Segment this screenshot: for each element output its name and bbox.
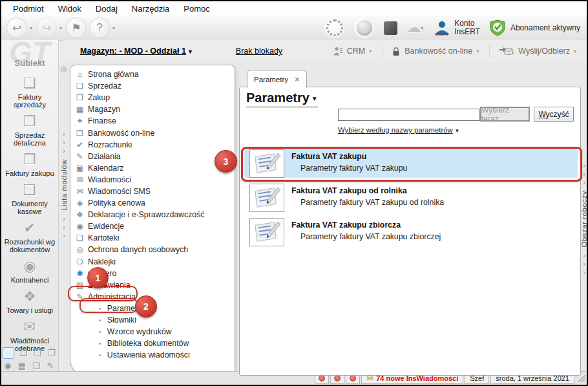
tree-item-label: Wiadomości xyxy=(88,175,131,184)
clear-button[interactable]: Wyczyść xyxy=(534,107,574,122)
quick-module-icon[interactable]: ❐ xyxy=(47,347,57,358)
menu-item[interactable]: Narzędzia xyxy=(125,3,176,15)
parameter-item-faktura-vat-zakupu-od-rolnika[interactable]: Faktura VAT zakupu od rolnika Parametry … xyxy=(244,182,578,212)
parameter-item-faktura-vat-zakupu-zbiorcza[interactable]: Faktura VAT zakupu zbiorcza Parametry fa… xyxy=(244,217,578,246)
tree-sub-item[interactable]: Słowniki xyxy=(74,314,235,326)
tree-item[interactable]: ▦ Magazyn xyxy=(74,103,235,115)
chevron-down-icon[interactable]: ▾ xyxy=(59,25,62,31)
menu-item[interactable]: Widok xyxy=(52,3,88,15)
annotation-box-parametry xyxy=(79,298,138,313)
globe-icon[interactable] xyxy=(354,17,375,38)
sync-spinner-icon[interactable] xyxy=(324,17,345,38)
tree-item[interactable]: ◈ Polityka cenowa xyxy=(74,197,235,209)
module-label: Towary i usługi xyxy=(6,306,53,314)
context-toolbar: Magazyn: - MOD - Oddział 1▼ Brak blokady… xyxy=(58,40,587,62)
tree-item[interactable]: ❑ Kartoteki xyxy=(74,232,235,244)
tree-item-icon: ✉ xyxy=(74,175,85,184)
cube-icon[interactable] xyxy=(384,21,397,35)
quick-module-icon[interactable]: ❑ xyxy=(31,360,41,370)
tree-item[interactable]: ◉ Ewidencje xyxy=(74,220,235,232)
warehouse-selector[interactable]: Magazyn: - MOD - Oddział 1▼ xyxy=(80,47,193,56)
module-button[interactable]: ❖ Towary i usługi xyxy=(2,287,58,314)
annotation-step-1: 1 xyxy=(87,267,109,288)
red-dot-icon xyxy=(350,375,356,381)
tree-item[interactable]: ✉ Wiadomości SMS xyxy=(74,186,235,197)
subscription-status[interactable]: Abonament aktywny xyxy=(489,19,580,36)
svg-text:InsERT: InsERT xyxy=(436,32,449,36)
menu-bar: PodmiotWidokDodajNarzędziaPomoc xyxy=(1,1,587,16)
tree-item[interactable]: ◎ Ochrona danych osobowych xyxy=(74,244,235,255)
module-button[interactable]: ◉ Kontrahenci xyxy=(2,257,58,284)
module-quick-icons: ◌❏❒❐ ◉▦❑✎ xyxy=(3,346,57,370)
module-list-strip[interactable]: ◎ ››› Lista modułów ››› xyxy=(58,65,70,374)
cloud-icon: ☁ xyxy=(406,21,421,35)
help-button[interactable]: ? xyxy=(89,17,110,38)
tree-item[interactable]: ▣ Kalendarz xyxy=(74,162,235,174)
crm-button[interactable]: CRM▾ xyxy=(333,46,373,56)
tree-item[interactable]: ✔ Rozrachunki xyxy=(74,139,235,151)
app-brand-subiekt: Subiekt xyxy=(1,58,58,68)
tree-item-icon: ✉ xyxy=(74,187,85,196)
tree-item[interactable]: ⌂ Strona główna xyxy=(74,69,235,80)
module-label: Dokumenty kasowe xyxy=(2,200,58,215)
menu-item[interactable]: Podmiot xyxy=(6,3,50,15)
choose-now-button[interactable]: Wybierz teraz xyxy=(480,107,530,122)
more-modules-arrow-icon[interactable]: ▼ xyxy=(1,336,58,343)
tree-item-icon: ❏ xyxy=(74,81,85,91)
module-button[interactable]: ❐ Faktury zakupu xyxy=(2,150,58,177)
cloud-services-button[interactable]: ☁▾ xyxy=(406,21,425,35)
quick-module-icon[interactable]: ◉ xyxy=(3,360,13,370)
tree-item[interactable]: ✎ Działania xyxy=(74,151,235,162)
module-button[interactable]: ❑ Dokumenty kasowe xyxy=(2,180,58,215)
online-banking-button[interactable]: Bankowość on-line▾ xyxy=(392,47,480,56)
tree-item[interactable]: ❏ Sprzedaż xyxy=(74,80,235,92)
module-button[interactable]: ❒ Sprzedaż detaliczna xyxy=(2,112,58,147)
tree-item-label: Deklaracje i e-Sprawozdawczość xyxy=(88,210,204,219)
parametry-panel: Parametry▼ Wybierz teraz Wyczyść Wybierz… xyxy=(239,87,581,376)
quick-module-icon[interactable]: ▦ xyxy=(17,360,27,370)
quick-module-icon[interactable]: ◌ xyxy=(3,347,14,359)
tree-item-icon: ◉ xyxy=(74,222,85,231)
subscription-label: Abonament aktywny xyxy=(510,24,580,32)
menu-item[interactable]: Dodaj xyxy=(89,3,124,15)
page-title[interactable]: Parametry▼ xyxy=(246,91,318,107)
module-icon: ❐ xyxy=(19,150,41,169)
module-button[interactable]: ❏ Faktury sprzedaży xyxy=(2,74,58,109)
tree-item[interactable]: ❐ Zakup xyxy=(74,92,235,103)
tree-item-icon: ✦ xyxy=(74,116,85,125)
menu-item[interactable]: Pomoc xyxy=(177,3,216,15)
pin-icon[interactable]: ◎ xyxy=(61,65,67,73)
flag-button[interactable]: ⚑ xyxy=(66,17,87,38)
tree-item[interactable]: ✦ Finanse xyxy=(74,115,235,127)
chevron-down-icon[interactable]: ▾ xyxy=(30,25,32,31)
red-dot-icon xyxy=(334,375,341,381)
module-label: Kontrahenci xyxy=(11,276,49,284)
tree-item-label: Magazyn xyxy=(88,105,120,114)
navigation-tree-panel: ⌂ Strona główna ❏ Sprzedaż ❐ Zakup ▦ Mag… xyxy=(70,65,235,376)
insert-account-button[interactable]: InsERT Konto InsERT xyxy=(434,19,480,36)
tree-item[interactable]: ❍ Naklejki xyxy=(74,256,235,268)
tree-item[interactable]: ✉ Wiadomości xyxy=(74,174,235,186)
quick-module-icon[interactable]: ❏ xyxy=(18,347,28,358)
tree-item-icon: ◈ xyxy=(74,198,85,208)
parameter-search-input[interactable] xyxy=(338,109,480,121)
application-window: PodmiotWidokDodajNarzędziaPomoc ↩▾ ↪▾ ⚑ … xyxy=(0,0,588,386)
lock-status-link[interactable]: Brak blokady xyxy=(236,47,282,56)
tree-item[interactable]: ❖ Deklaracje i e-Sprawozdawczość xyxy=(74,209,235,220)
module-button[interactable]: ✔ Rozrachunki wg dokumentów xyxy=(2,219,58,253)
tree-sub-item[interactable]: Wzorce wydruków xyxy=(74,326,235,338)
account-label: Konto InsERT xyxy=(454,19,480,36)
tree-sub-item[interactable]: Ustawienia wiadomości xyxy=(74,349,235,361)
tree-item[interactable]: ❒ Bankowość on-line xyxy=(74,127,235,138)
module-list-strip-label: Lista modułów xyxy=(60,159,68,211)
send-receive-button[interactable]: Wyślij/Odbierz▾ xyxy=(499,46,578,57)
quick-module-icon[interactable]: ✎ xyxy=(45,360,56,370)
shield-check-icon xyxy=(489,19,506,36)
module-sidebar: GT Subiekt ❏ Faktury sprzedaży ❒ Sprzeda… xyxy=(1,40,59,372)
tree-sub-item[interactable]: Biblioteka dokumentów xyxy=(74,338,235,349)
filter-by-name-link[interactable]: Wybierz według nazwy parametrów▼ xyxy=(338,126,460,134)
quick-module-icon[interactable]: ❒ xyxy=(32,347,43,358)
chevron-down-icon[interactable]: ▾ xyxy=(112,25,115,31)
tab-parametry[interactable]: Parametry × xyxy=(247,70,307,88)
close-icon[interactable]: × xyxy=(295,75,300,83)
